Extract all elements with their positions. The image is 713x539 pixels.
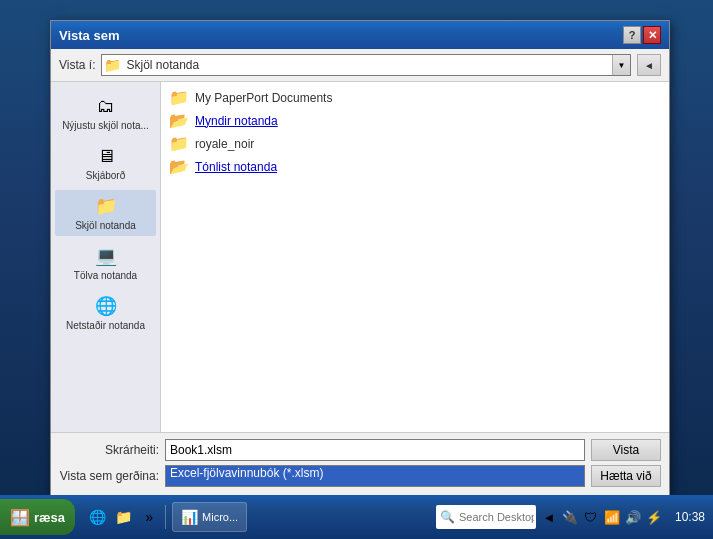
filename-input[interactable] xyxy=(165,439,585,461)
location-folder-icon: 📁 xyxy=(102,55,122,75)
battery-tray-icon[interactable]: ⚡ xyxy=(645,508,663,526)
network-tray-icon[interactable]: 🔌 xyxy=(561,508,579,526)
folder-icon-2: 📁 xyxy=(169,134,189,153)
folder-icon-1: 📂 xyxy=(169,111,189,130)
tray-icons: ◄ 🔌 🛡 📶 🔊 ⚡ xyxy=(540,508,663,526)
location-text: Skjöl notanda xyxy=(122,58,612,72)
sidebar-item-network[interactable]: 🌐 Netstaðir notanda xyxy=(55,290,156,336)
expand-tray-icon[interactable]: ◄ xyxy=(540,508,558,526)
file-name-0: My PaperPort Documents xyxy=(195,91,332,105)
sidebar-item-recent[interactable]: 🗂 Nýjustu skjöl nota... xyxy=(55,90,156,136)
security-tray-icon[interactable]: 🛡 xyxy=(582,508,600,526)
toolbar-row: Vista í: 📁 Skjöl notanda ▼ ◄ xyxy=(51,49,669,82)
start-label: ræsa xyxy=(34,510,65,525)
location-label: Vista í: xyxy=(59,58,95,72)
location-dropdown-arrow[interactable]: ▼ xyxy=(612,55,630,75)
dialog-bottom: Skrárheiti: Vista Vista sem gerðina: Exc… xyxy=(51,432,669,497)
file-name-2: royale_noir xyxy=(195,137,254,151)
list-item[interactable]: 📁 royale_noir xyxy=(165,132,665,155)
sidebar-item-documents[interactable]: 📁 Skjöl notanda xyxy=(55,190,156,236)
network-label: Netstaðir notanda xyxy=(66,320,145,332)
location-combo[interactable]: 📁 Skjöl notanda ▼ xyxy=(101,54,631,76)
file-name-3: Tónlist notanda xyxy=(195,160,277,174)
close-button[interactable]: ✕ xyxy=(643,26,661,44)
list-item[interactable]: 📂 Myndir notanda xyxy=(165,109,665,132)
computer-icon: 💻 xyxy=(92,244,120,268)
desktop-icon: 🖥 xyxy=(92,144,120,168)
dialog-controls: ? ✕ xyxy=(623,26,661,44)
desktop: Vista sem ? ✕ Vista í: 📁 Skjöl notanda ▼… xyxy=(0,0,713,495)
documents-icon: 📁 xyxy=(92,194,120,218)
filetype-select[interactable]: Excel-fjölvavinnubók (*.xlsm) xyxy=(165,465,585,487)
desktop-label: Skjáborð xyxy=(86,170,125,182)
search-icon: 🔍 xyxy=(440,510,455,524)
folder-icon-3: 📂 xyxy=(169,157,189,176)
active-window-button[interactable]: 📊 Micro... xyxy=(172,502,247,532)
tray-area: 🔍 ◄ 🔌 🛡 📶 🔊 ⚡ 10:38 xyxy=(428,505,713,529)
back-button[interactable]: ◄ xyxy=(637,54,661,76)
recent-label: Nýjustu skjöl nota... xyxy=(62,120,149,132)
quick-launch: 🌐 📁 » xyxy=(81,505,166,529)
filetype-label: Vista sem gerðina: xyxy=(59,469,159,483)
folder-icon-0: 📁 xyxy=(169,88,189,107)
filename-label: Skrárheiti: xyxy=(59,443,159,457)
taskbar: 🪟 ræsa 🌐 📁 » 📊 Micro... 🔍 ◄ 🔌 🛡 📶 🔊 ⚡ 10… xyxy=(0,495,713,539)
active-window-label: Micro... xyxy=(202,511,238,523)
save-dialog: Vista sem ? ✕ Vista í: 📁 Skjöl notanda ▼… xyxy=(50,20,670,498)
dialog-title: Vista sem xyxy=(59,28,119,43)
dialog-main: 🗂 Nýjustu skjöl nota... 🖥 Skjáborð 📁 Skj… xyxy=(51,82,669,432)
windows-icon: 🪟 xyxy=(10,508,30,527)
filename-row: Skrárheiti: Vista xyxy=(59,439,661,461)
recent-icon: 🗂 xyxy=(92,94,120,118)
sidebar: 🗂 Nýjustu skjöl nota... 🖥 Skjáborð 📁 Skj… xyxy=(51,82,161,432)
network2-tray-icon[interactable]: 📶 xyxy=(603,508,621,526)
list-item[interactable]: 📁 My PaperPort Documents xyxy=(165,86,665,109)
filetype-row: Vista sem gerðina: Excel-fjölvavinnubók … xyxy=(59,465,661,487)
ql-browser-btn[interactable]: 🌐 xyxy=(85,505,109,529)
save-button[interactable]: Vista xyxy=(591,439,661,461)
cancel-button[interactable]: Hætta við xyxy=(591,465,661,487)
ql-extra-btn[interactable]: » xyxy=(137,505,161,529)
documents-label: Skjöl notanda xyxy=(75,220,136,232)
network-icon: 🌐 xyxy=(92,294,120,318)
start-button[interactable]: 🪟 ræsa xyxy=(0,499,75,535)
volume-tray-icon[interactable]: 🔊 xyxy=(624,508,642,526)
file-list[interactable]: 📁 My PaperPort Documents 📂 Myndir notand… xyxy=(161,82,669,432)
search-box[interactable]: 🔍 xyxy=(436,505,536,529)
file-name-1: Myndir notanda xyxy=(195,114,278,128)
excel-icon: 📊 xyxy=(181,509,198,525)
sidebar-item-desktop[interactable]: 🖥 Skjáborð xyxy=(55,140,156,186)
sidebar-item-computer[interactable]: 💻 Tölva notanda xyxy=(55,240,156,286)
search-input[interactable] xyxy=(459,511,534,523)
computer-label: Tölva notanda xyxy=(74,270,137,282)
ql-folder-btn[interactable]: 📁 xyxy=(111,505,135,529)
dialog-titlebar: Vista sem ? ✕ xyxy=(51,21,669,49)
clock: 10:38 xyxy=(667,510,705,524)
list-item[interactable]: 📂 Tónlist notanda xyxy=(165,155,665,178)
help-button[interactable]: ? xyxy=(623,26,641,44)
